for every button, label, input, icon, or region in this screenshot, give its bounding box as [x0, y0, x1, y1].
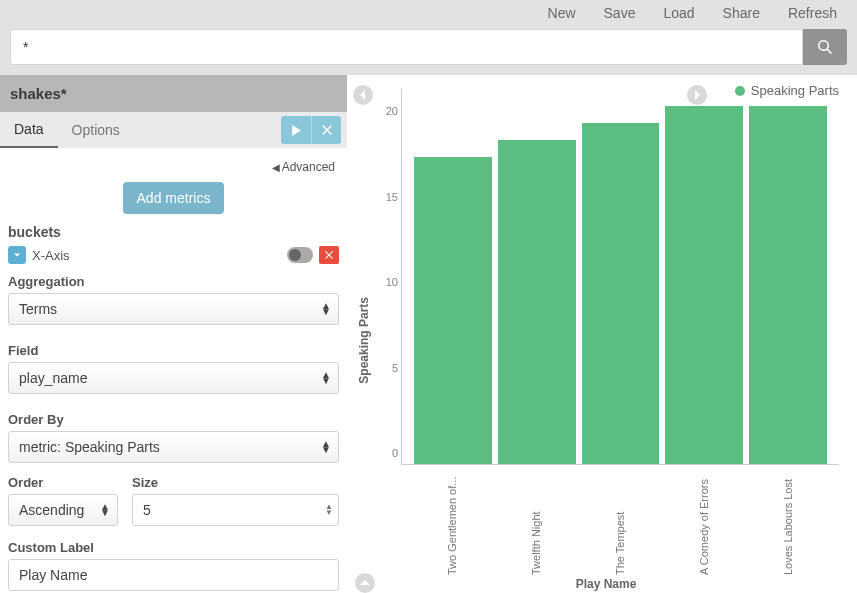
chevron-up-icon: [360, 578, 370, 588]
chart-bar[interactable]: [498, 140, 576, 464]
advanced-toggle-top[interactable]: ◀Advanced: [8, 158, 339, 182]
field-select[interactable]: play_name: [8, 362, 339, 394]
chart-bar[interactable]: [582, 123, 660, 464]
chart-bar[interactable]: [749, 106, 827, 464]
enable-toggle[interactable]: [287, 247, 313, 263]
xaxis-row: X-Axis: [8, 246, 339, 264]
delete-bucket-button[interactable]: [319, 246, 339, 264]
tab-data[interactable]: Data: [0, 112, 58, 148]
field-select-wrap: play_name ▲▼: [8, 362, 339, 394]
play-icon: [291, 125, 302, 136]
run-button[interactable]: [281, 116, 311, 144]
search-button[interactable]: [803, 29, 847, 65]
xtick-label: A Comedy of Errors: [665, 469, 743, 575]
xtick-label: Loves Labours Lost: [749, 469, 827, 575]
plot-area: 05101520: [401, 89, 839, 465]
menu-new[interactable]: New: [548, 5, 576, 21]
buckets-heading: buckets: [8, 224, 339, 240]
menu-share[interactable]: Share: [723, 5, 760, 21]
tab-options[interactable]: Options: [58, 113, 134, 147]
aggregation-select-wrap: Terms ▲▼: [8, 293, 339, 325]
chevron-down-icon: [13, 251, 21, 259]
xaxis-title: Play Name: [373, 575, 839, 591]
xtick-label: Two Gentlemen of...: [413, 469, 491, 575]
chevron-left-icon: [358, 90, 368, 100]
size-input-wrap: ▲▼: [132, 494, 339, 526]
chart-prev-button[interactable]: [353, 85, 373, 105]
size-label: Size: [132, 475, 339, 490]
custom-label-input[interactable]: [8, 559, 339, 591]
close-icon: [325, 251, 333, 259]
scroll-top-button[interactable]: [355, 573, 375, 593]
collapse-toggle[interactable]: [8, 246, 26, 264]
order-select[interactable]: Ascending: [8, 494, 118, 526]
yaxis-title: Speaking Parts: [355, 297, 373, 384]
menu-save[interactable]: Save: [604, 5, 636, 21]
ytick-label: 15: [374, 191, 398, 203]
config-panel: shakes* Data Options ◀Advanced Add metri…: [0, 75, 347, 593]
ytick-label: 0: [374, 447, 398, 459]
xtick-label: The Tempest: [581, 469, 659, 575]
custom-label-label: Custom Label: [8, 540, 339, 555]
orderby-select-wrap: metric: Speaking Parts ▲▼: [8, 431, 339, 463]
orderby-select[interactable]: metric: Speaking Parts: [8, 431, 339, 463]
xaxis-label: X-Axis: [32, 248, 70, 263]
search-icon: [817, 39, 833, 55]
chart-bar[interactable]: [414, 157, 492, 464]
close-icon: [322, 125, 332, 135]
caret-left-icon: ◀: [272, 162, 280, 173]
menu-refresh[interactable]: Refresh: [788, 5, 837, 21]
top-menu: New Save Load Share Refresh: [0, 0, 857, 25]
aggregation-label: Aggregation: [8, 274, 339, 289]
orderby-label: Order By: [8, 412, 339, 427]
ytick-label: 20: [374, 105, 398, 117]
xtick-label: Twelfth Night: [497, 469, 575, 575]
add-metrics-button[interactable]: Add metrics: [123, 182, 225, 214]
chart-panel: Speaking Parts Speaking Parts 05101520 T…: [347, 75, 857, 593]
chart-bar[interactable]: [665, 106, 743, 464]
size-input[interactable]: [132, 494, 339, 526]
menu-load[interactable]: Load: [663, 5, 694, 21]
tabs-row: Data Options: [0, 112, 347, 148]
ytick-label: 5: [374, 362, 398, 374]
search-input[interactable]: [10, 29, 803, 65]
discard-button[interactable]: [311, 116, 341, 144]
run-controls: [281, 116, 341, 144]
index-pattern-header: shakes*: [0, 75, 347, 112]
field-label: Field: [8, 343, 339, 358]
aggregation-select[interactable]: Terms: [8, 293, 339, 325]
order-select-wrap: Ascending ▲▼: [8, 494, 118, 526]
order-label: Order: [8, 475, 118, 490]
ytick-label: 10: [374, 276, 398, 288]
search-row: [0, 25, 857, 75]
